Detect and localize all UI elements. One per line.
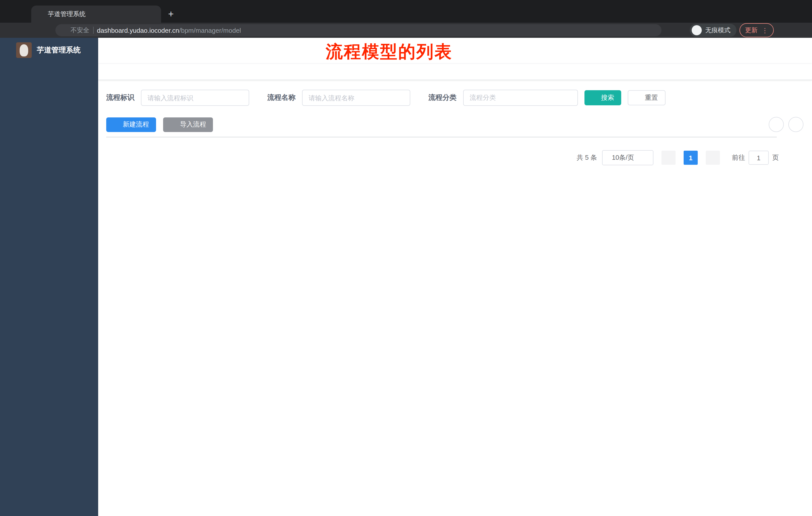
toggle-search-button[interactable] bbox=[769, 117, 784, 132]
maximize-window-button[interactable] bbox=[26, 8, 32, 14]
create-process-button[interactable]: 新建流程 bbox=[106, 117, 156, 132]
logo-avatar bbox=[16, 42, 32, 58]
security-status[interactable]: 不安全 bbox=[61, 26, 89, 34]
close-window-button[interactable] bbox=[6, 8, 12, 14]
process-key-label: 流程标识 bbox=[106, 93, 135, 102]
process-category-label: 流程分类 bbox=[428, 93, 457, 102]
password-key-icon[interactable] bbox=[668, 26, 675, 34]
total-count: 共 5 条 bbox=[577, 153, 597, 162]
browser-menu-icon[interactable]: ⋮ bbox=[762, 26, 768, 34]
tab-close-icon[interactable] bbox=[150, 11, 156, 17]
back-button[interactable] bbox=[4, 26, 13, 35]
forward-button[interactable] bbox=[16, 26, 25, 35]
browser-toolbar: 不安全 dashboard.yudao.iocoder.cn/bpm/manag… bbox=[0, 23, 812, 38]
process-model-table bbox=[106, 137, 777, 138]
magnifier-icon bbox=[773, 121, 780, 128]
table-toolbar: 新建流程 导入流程 bbox=[106, 117, 804, 132]
prev-page-button[interactable] bbox=[662, 151, 675, 165]
warning-icon bbox=[61, 27, 68, 33]
tags-view-bar bbox=[98, 63, 812, 80]
top-navbar bbox=[98, 38, 812, 63]
chevron-left-icon bbox=[666, 155, 671, 161]
incognito-badge: 无痕模式 bbox=[690, 24, 736, 37]
upload-icon bbox=[170, 121, 177, 128]
update-chip[interactable]: 更新 ⋮ bbox=[740, 23, 774, 37]
refresh-icon bbox=[792, 121, 800, 128]
chevron-down-icon bbox=[566, 94, 572, 101]
browser-window: 芋道管理系统 + 不安全 dashboard.yudao.iocoder.cn/… bbox=[0, 0, 812, 516]
chevron-down-icon bbox=[638, 155, 644, 161]
pagination: 共 5 条 10条/页 1 前往 页 bbox=[106, 150, 779, 165]
reload-button[interactable] bbox=[28, 26, 37, 35]
sidebar-logo: 芋道管理系统 bbox=[0, 38, 98, 62]
next-page-button[interactable] bbox=[706, 151, 720, 165]
browser-tab[interactable]: 芋道管理系统 bbox=[31, 5, 161, 23]
refresh-icon bbox=[635, 94, 642, 101]
process-category-select[interactable]: 流程分类 bbox=[463, 90, 578, 106]
current-page[interactable]: 1 bbox=[684, 151, 698, 165]
tab-title: 芋道管理系统 bbox=[48, 10, 146, 19]
incognito-icon bbox=[693, 26, 700, 34]
goto-label: 前往 bbox=[732, 153, 745, 162]
url-text: dashboard.yudao.iocoder.cn/bpm/manager/m… bbox=[97, 26, 241, 34]
window-controls[interactable] bbox=[6, 8, 32, 14]
search-icon bbox=[591, 94, 598, 101]
new-tab-button[interactable]: + bbox=[168, 8, 174, 20]
reset-button[interactable]: 重置 bbox=[628, 90, 666, 105]
bookmark-star-icon[interactable] bbox=[678, 26, 687, 34]
process-name-label: 流程名称 bbox=[267, 93, 295, 102]
home-button[interactable] bbox=[40, 26, 49, 35]
plus-icon bbox=[113, 121, 120, 128]
chevron-right-icon bbox=[710, 155, 716, 161]
goto-page-input[interactable] bbox=[749, 151, 769, 165]
browser-chrome: 芋道管理系统 + 不安全 dashboard.yudao.iocoder.cn/… bbox=[0, 0, 812, 38]
tab-strip: 芋道管理系统 + bbox=[0, 0, 812, 23]
page-unit-label: 页 bbox=[772, 153, 779, 162]
import-process-button[interactable]: 导入流程 bbox=[163, 117, 213, 132]
sidebar: 芋道管理系统 bbox=[0, 38, 98, 516]
search-button[interactable]: 搜索 bbox=[584, 90, 621, 105]
page-size-select[interactable]: 10条/页 bbox=[602, 150, 654, 165]
address-bar[interactable]: 不安全 dashboard.yudao.iocoder.cn/bpm/manag… bbox=[55, 24, 662, 36]
collapse-sidebar-icon[interactable] bbox=[106, 46, 115, 55]
process-key-input[interactable] bbox=[141, 90, 249, 106]
divider bbox=[93, 27, 93, 34]
main-area: 流程模型的列表 流程标识 流程名称 流程分类 流程分类 bbox=[98, 38, 812, 516]
page-content: 流程标识 流程名称 流程分类 流程分类 搜索 bbox=[98, 80, 812, 165]
process-name-input[interactable] bbox=[302, 90, 410, 106]
logo-title: 芋道管理系统 bbox=[37, 45, 81, 55]
refresh-table-button[interactable] bbox=[788, 117, 804, 132]
minimize-window-button[interactable] bbox=[16, 8, 22, 14]
favicon-plant-icon bbox=[36, 10, 44, 18]
filter-form: 流程标识 流程名称 流程分类 流程分类 搜索 bbox=[106, 90, 804, 106]
red-annotation: 流程模型的列表 bbox=[326, 40, 453, 63]
